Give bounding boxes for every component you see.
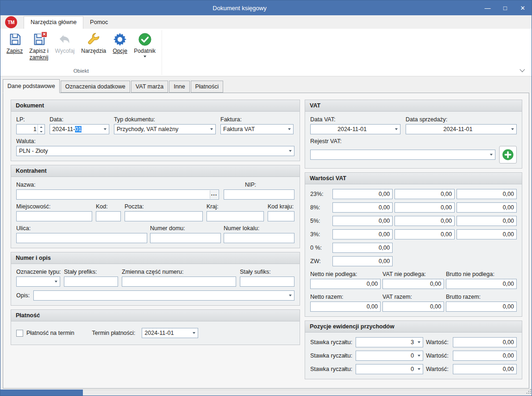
spinner-down-icon[interactable] xyxy=(38,129,44,134)
group-wartosci-vat: Wartości VAT 23%: 0,00 0,00 0,00 8%: 0,0… xyxy=(305,172,522,317)
waluta-select[interactable]: PLN - Złoty xyxy=(16,146,294,156)
numer-domu-input[interactable] xyxy=(150,233,221,243)
tab-inne[interactable]: Inne xyxy=(169,81,189,93)
dropdown-arrow-icon[interactable] xyxy=(52,277,60,286)
tab-oznaczenia-dodatkowe[interactable]: Oznaczenia dodatkowe xyxy=(61,81,130,93)
data-sprzedazy-select[interactable]: 2024-11-01 xyxy=(406,124,517,134)
ribbon-tab-help[interactable]: Pomoc xyxy=(83,17,114,29)
numer-lokalu-input[interactable] xyxy=(224,233,294,243)
poczta-input[interactable] xyxy=(125,211,203,221)
brutto-nie-podlega-input[interactable]: 0,00 xyxy=(446,279,517,289)
vat-3-netto-input[interactable]: 0,00 xyxy=(332,229,393,239)
stawka-ryczaltu-select-1[interactable]: 3 xyxy=(356,337,423,347)
ribbon-tab-main[interactable]: Narzędzia główne xyxy=(24,16,83,29)
app-logo[interactable]: TM xyxy=(5,16,17,28)
wartosc-input-1[interactable]: 0,00 xyxy=(453,337,517,347)
dropdown-arrow-icon[interactable] xyxy=(415,338,423,347)
dropdown-arrow-icon[interactable] xyxy=(392,125,400,134)
kod-input[interactable] xyxy=(96,211,121,221)
vat-8-vat-input[interactable]: 0,00 xyxy=(394,202,455,213)
termin-platnosci-select[interactable]: 2024-11-01 xyxy=(142,328,198,338)
data-input[interactable]: 2024-11-01 xyxy=(50,124,109,134)
dropdown-arrow-icon[interactable] xyxy=(190,328,198,338)
data-vat-select[interactable]: 2024-11-01 xyxy=(310,124,401,134)
tab-dane-podstawowe[interactable]: Dane podstawowe xyxy=(3,79,60,93)
opis-select[interactable] xyxy=(33,290,294,301)
typ-dokumentu-select[interactable]: Przychody, VAT należny xyxy=(114,124,216,134)
save-and-close-button[interactable]: ✕ Zapisz i zamknij xyxy=(26,30,51,62)
options-button[interactable]: Opcje xyxy=(109,30,131,56)
maximize-button[interactable]: □ xyxy=(496,0,514,15)
spinner-up-icon[interactable] xyxy=(38,125,44,129)
data-value-selected: 01 xyxy=(75,126,81,132)
app-window: Dokument księgowy — □ ✕ TM Narzędzia głó… xyxy=(0,0,532,396)
data-sprzedazy-value: 2024-11-01 xyxy=(443,126,472,132)
dropdown-arrow-icon[interactable] xyxy=(207,125,215,134)
miejscowosc-input[interactable] xyxy=(16,211,92,221)
close-button[interactable]: ✕ xyxy=(514,0,532,15)
vat-8-brutto-input[interactable]: 0,00 xyxy=(457,202,517,213)
dropdown-arrow-icon[interactable] xyxy=(101,125,109,134)
stawka-ryczaltu-label: Stawka ryczałtu: xyxy=(310,352,353,359)
vat-nie-podlega-input[interactable]: 0,00 xyxy=(382,279,444,289)
staly-prefiks-input[interactable] xyxy=(64,277,118,287)
vat-3-vat-input[interactable]: 0,00 xyxy=(394,229,455,239)
vat-5-netto-input[interactable]: 0,00 xyxy=(332,216,393,226)
stawka-value: 0 xyxy=(411,352,414,359)
kod-label: Kod: xyxy=(96,203,121,210)
browse-ellipsis-button[interactable]: ... xyxy=(210,190,218,199)
faktura-select[interactable]: Faktura VAT xyxy=(220,124,294,134)
tab-platnosci[interactable]: Płatności xyxy=(191,81,224,93)
lp-spinner[interactable] xyxy=(38,125,44,134)
save-button[interactable]: Zapisz xyxy=(3,30,26,56)
vat-zw-input[interactable]: 0,00 xyxy=(332,256,393,266)
ulica-input[interactable] xyxy=(16,233,147,243)
vat-razem-input[interactable]: 0,00 xyxy=(382,302,444,312)
wartosc-input-3[interactable]: 0,00 xyxy=(453,364,517,374)
wartosc-input-2[interactable]: 0,00 xyxy=(453,351,517,361)
vat-3-brutto-input[interactable]: 0,00 xyxy=(457,229,517,239)
zmienna-czesc-input[interactable] xyxy=(122,277,236,287)
netto-razem-input[interactable]: 0,00 xyxy=(310,302,381,312)
platnosc-na-termin-checkbox[interactable] xyxy=(16,330,23,337)
numer-domu-label: Numer domu: xyxy=(150,225,221,232)
vat-5-brutto-input[interactable]: 0,00 xyxy=(457,216,517,226)
vat-5-vat-input[interactable]: 0,00 xyxy=(394,216,455,226)
dropdown-arrow-icon[interactable] xyxy=(286,146,294,156)
rejestr-vat-select[interactable] xyxy=(310,150,495,160)
minimize-button[interactable]: — xyxy=(479,0,496,15)
netto-nie-podlega-input[interactable]: 0,00 xyxy=(310,279,381,289)
stawka-value: 0 xyxy=(411,366,414,372)
vat-8-netto-input[interactable]: 0,00 xyxy=(332,202,393,213)
vat-23-vat-input[interactable]: 0,00 xyxy=(394,189,455,199)
nazwa-input[interactable]: ... xyxy=(16,189,219,200)
stawka-ryczaltu-select-3[interactable]: 0 xyxy=(356,364,423,374)
kod-kraju-input[interactable] xyxy=(268,211,294,221)
group-pozycje-ewidencji: Pozycje ewidencji przychodów Stawka rycz… xyxy=(305,321,522,379)
staly-sufiks-input[interactable] xyxy=(240,277,294,287)
lp-input[interactable]: 1 xyxy=(16,124,45,134)
vat-23-brutto-input[interactable]: 0,00 xyxy=(457,189,517,199)
zmienna-czesc-label: Zmienna część numeru: xyxy=(122,269,236,275)
vat-0-input[interactable]: 0,00 xyxy=(332,243,393,253)
tab-vat-marza[interactable]: VAT marża xyxy=(131,81,168,93)
dropdown-arrow-icon[interactable] xyxy=(415,365,423,374)
nip-input[interactable] xyxy=(224,189,294,200)
brutto-razem-input[interactable]: 0,00 xyxy=(446,302,517,312)
dropdown-arrow-icon[interactable] xyxy=(285,125,293,134)
dropdown-arrow-icon[interactable] xyxy=(415,351,423,360)
title-bar[interactable]: Dokument księgowy — □ ✕ xyxy=(0,0,532,15)
vat-23-netto-input[interactable]: 0,00 xyxy=(332,189,393,199)
ribbon-collapse-icon[interactable] xyxy=(519,67,525,72)
dropdown-arrow-icon[interactable] xyxy=(508,125,516,134)
dropdown-arrow-icon[interactable] xyxy=(286,291,294,300)
resize-grip[interactable] xyxy=(526,389,531,395)
stawka-ryczaltu-select-2[interactable]: 0 xyxy=(356,351,423,361)
waluta-value: PLN - Złoty xyxy=(19,148,48,154)
oznaczenie-typu-select[interactable] xyxy=(16,277,60,287)
add-rejestr-button[interactable] xyxy=(499,146,517,163)
taxpayer-button[interactable]: Podatnik xyxy=(131,30,159,58)
tools-button[interactable]: Narzędzia xyxy=(78,30,109,56)
dropdown-arrow-icon[interactable] xyxy=(487,150,495,159)
kraj-input[interactable] xyxy=(207,211,264,221)
